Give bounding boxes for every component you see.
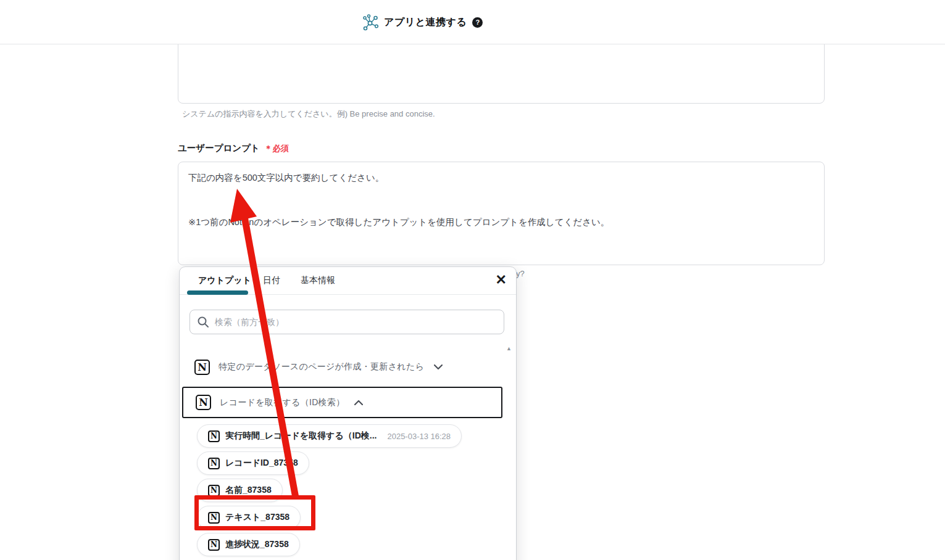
search-box (189, 310, 504, 334)
required-badge: ＊必須 (264, 143, 289, 154)
obscured-background-text: y? (516, 269, 525, 278)
output-item-exec-time[interactable]: N 実行時間_レコードを取得する（ID検... 2025-03-13 16:28 (197, 424, 462, 448)
group-label: レコードを取得する（ID検索） (220, 397, 344, 408)
user-prompt-label-row: ユーザープロンプト ＊必須 (178, 142, 289, 154)
group-label: 特定のデータソースのページが作成・更新されたら (219, 361, 424, 373)
output-picker-popup: アウトプット 日付 基本情報 ✕ N 特定のデータソースのページが作成・更新され… (179, 266, 517, 560)
timestamp: 2025-03-13 16:28 (387, 432, 451, 441)
scroll-up-icon[interactable]: ▲ (506, 346, 512, 352)
user-prompt-textarea[interactable]: 下記の内容を500文字以内で要約してください。 ※1つ前のNotionのオペレー… (178, 162, 825, 265)
notion-icon: N (208, 430, 220, 442)
chevron-down-icon (434, 364, 443, 370)
notion-icon: N (196, 395, 211, 410)
notion-icon: N (208, 458, 220, 469)
help-icon[interactable]: ? (472, 17, 483, 28)
popup-scrollbar[interactable]: ▲ (504, 346, 514, 560)
output-group-collapsed[interactable]: N 特定のデータソースのページが作成・更新されたら (194, 355, 505, 379)
system-prompt-helper: システムの指示内容を入力してください。例) Be precise and con… (182, 109, 435, 120)
close-icon: ✕ (496, 272, 507, 287)
tab-basic-info[interactable]: 基本情報 (301, 275, 335, 286)
notion-icon: N (208, 485, 220, 496)
user-prompt-label: ユーザープロンプト (178, 142, 260, 154)
close-button[interactable]: ✕ (496, 273, 507, 287)
output-item-record-id[interactable]: N レコードID_87358 (197, 451, 309, 475)
chevron-up-icon (354, 400, 363, 405)
output-item-list: N 実行時間_レコードを取得する（ID検... 2025-03-13 16:28… (197, 424, 516, 556)
notion-icon: N (208, 512, 220, 524)
active-tab-underline (187, 290, 248, 295)
integration-icon (362, 14, 378, 31)
tab-date[interactable]: 日付 (263, 275, 280, 286)
popup-tabbar: アウトプット 日付 基本情報 ✕ (180, 267, 516, 295)
output-group-expanded[interactable]: N レコードを取得する（ID検索） (182, 387, 502, 418)
search-input[interactable] (189, 310, 504, 334)
output-item-progress[interactable]: N 進捗状況_87358 (197, 533, 300, 556)
output-item-text[interactable]: N テキスト_87358 (197, 506, 301, 529)
page-title: アプリと連携する (384, 16, 467, 29)
app-header: アプリと連携する ? (0, 0, 945, 44)
search-icon (197, 316, 209, 331)
output-item-name[interactable]: N 名前_87358 (197, 479, 283, 502)
tab-output[interactable]: アウトプット (198, 275, 251, 286)
notion-icon: N (194, 360, 210, 375)
notion-icon: N (208, 539, 220, 551)
